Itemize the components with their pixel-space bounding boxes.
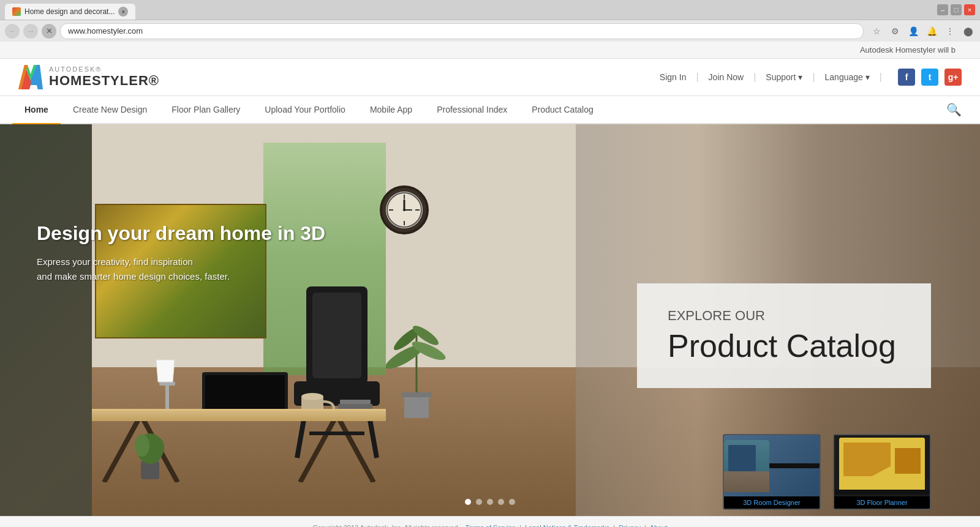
nav-item-home[interactable]: Home	[12, 96, 61, 124]
preview-thumbnails: 3D Room Designer 3D Floor Planner	[723, 434, 931, 510]
tab-title: Home design and decorat...	[24, 7, 115, 16]
browser-tab[interactable]: Home design and decorat... ×	[5, 4, 135, 20]
browser-titlebar: Home design and decorat... × – □ ×	[0, 0, 980, 20]
header-actions: Sign In | Join Now | Support ▾ | Languag…	[660, 69, 962, 86]
minimize-button[interactable]: –	[937, 4, 948, 15]
forward-button[interactable]: →	[23, 24, 38, 39]
googleplus-icon[interactable]: g+	[944, 69, 962, 86]
signin-link[interactable]: Sign In	[660, 72, 687, 82]
hero-text: Design your dream home in 3D Express you…	[37, 222, 325, 284]
svg-marker-25	[156, 360, 175, 382]
preview-3d-room-label[interactable]: 3D Room Designer	[724, 496, 820, 509]
floor-plant	[129, 430, 172, 479]
logo-area: AUTODESK® HOMESTYLER®	[18, 65, 159, 89]
search-icon[interactable]: 🔍	[940, 96, 968, 123]
notifications-icon[interactable]: 🔔	[925, 24, 938, 38]
omnibar-icons: ☆ ⚙ 👤 🔔 ⋮ ⬤	[870, 24, 975, 38]
footer-copyright: Copyright 2013 Autodesk, Inc. All rights…	[313, 524, 460, 527]
extensions-icon[interactable]: ⚙	[888, 24, 902, 38]
catalog-overlay: EXPLORE OUR Product Catalog	[637, 283, 931, 388]
nav-item-professional[interactable]: Professional Index	[424, 96, 519, 124]
preview-3d-room[interactable]: 3D Room Designer	[723, 434, 821, 510]
joinnow-link[interactable]: Join Now	[709, 72, 744, 82]
back-button[interactable]: ←	[5, 24, 20, 39]
preview-3d-floor[interactable]: 3D Floor Planner	[833, 434, 931, 510]
browser-omnibar: ← → ✕ www.homestyler.com ☆ ⚙ 👤 🔔 ⋮ ⬤	[0, 20, 980, 42]
social-icons: f t g+	[898, 69, 962, 86]
logo-text: AUTODESK® HOMESTYLER®	[49, 65, 159, 89]
site-footer: Copyright 2013 Autodesk, Inc. All rights…	[0, 516, 980, 527]
site-header: AUTODESK® HOMESTYLER® Sign In | Join Now…	[0, 59, 980, 96]
support-dropdown[interactable]: Support ▾	[766, 72, 802, 82]
apps-icon[interactable]: ⋮	[943, 24, 957, 38]
hero-dots	[465, 499, 515, 505]
hero-left-overlay	[0, 124, 92, 516]
nav-item-create[interactable]: Create New Design	[61, 96, 159, 124]
hero-headline: Design your dream home in 3D	[37, 222, 325, 245]
hero-section: Design your dream home in 3D Express you…	[0, 124, 980, 516]
maximize-button[interactable]: □	[951, 4, 962, 15]
browser-chrome: Home design and decorat... × – □ × ← → ✕…	[0, 0, 980, 42]
announcement-bar: Autodesk Homestyler will b	[0, 42, 980, 59]
support-label: Support	[766, 72, 796, 82]
language-dropdown[interactable]: Language ▾	[825, 72, 870, 82]
footer-about-link[interactable]: About	[650, 524, 668, 527]
hero-dot-1[interactable]	[465, 499, 471, 505]
window-controls: – □ ×	[937, 4, 975, 15]
separator-2: |	[753, 72, 756, 83]
preview-3d-room-image	[724, 435, 820, 496]
hero-dot-4[interactable]	[498, 499, 504, 505]
svg-rect-27	[205, 375, 285, 409]
hero-dot-5[interactable]	[509, 499, 515, 505]
tab-close-btn[interactable]: ×	[118, 7, 128, 17]
separator-1: |	[696, 72, 698, 83]
svg-point-44	[152, 438, 164, 457]
hero-dot-3[interactable]	[487, 499, 493, 505]
svg-rect-33	[338, 404, 372, 409]
logo-homestyler: HOMESTYLER®	[49, 73, 159, 89]
nav-item-portfolio[interactable]: Upload Your Portfolio	[252, 96, 358, 124]
announcement-text: Autodesk Homestyler will b	[860, 45, 956, 54]
footer-privacy-link[interactable]: Privacy	[619, 524, 641, 527]
svg-point-43	[135, 435, 149, 457]
svg-rect-24	[159, 382, 175, 386]
svg-rect-34	[340, 400, 371, 404]
desk-items	[147, 323, 380, 409]
tab-area: Home design and decorat... ×	[5, 0, 135, 20]
svg-rect-18	[401, 392, 432, 397]
preview-3d-floor-label[interactable]: 3D Floor Planner	[834, 496, 930, 509]
separator-3: |	[812, 72, 815, 83]
hero-subtext-line1: Express your creativity, find inspiratio…	[37, 256, 193, 267]
svg-point-11	[403, 209, 405, 211]
wall-clock	[380, 185, 429, 234]
hero-subtext: Express your creativity, find inspiratio…	[37, 255, 257, 284]
catalog-explore-label: EXPLORE OUR	[668, 308, 900, 324]
twitter-icon[interactable]: t	[921, 69, 938, 86]
logo-autodesk: AUTODESK®	[49, 65, 159, 73]
tab-favicon	[12, 7, 21, 16]
separator-4: |	[880, 72, 882, 83]
nav-item-mobileapp[interactable]: Mobile App	[358, 96, 424, 124]
reload-button[interactable]: ✕	[42, 24, 56, 39]
close-button[interactable]: ×	[964, 4, 975, 15]
bookmark-icon[interactable]: ☆	[870, 24, 883, 38]
circle-icon[interactable]: ⬤	[962, 24, 975, 38]
footer-terms-link[interactable]: Terms of Service	[466, 524, 516, 527]
autodesk-logo-icon	[18, 65, 43, 89]
language-label: Language	[825, 72, 863, 82]
address-bar[interactable]: www.homestyler.com	[60, 23, 864, 39]
support-chevron-icon: ▾	[798, 72, 802, 82]
catalog-title: Product Catalog	[668, 329, 900, 364]
hero-subtext-line2: and make smarter home design choices, fa…	[37, 271, 230, 282]
user-icon[interactable]: 👤	[907, 24, 920, 38]
nav-item-catalog[interactable]: Product Catalog	[519, 96, 605, 124]
desk-surface	[92, 409, 386, 421]
facebook-icon[interactable]: f	[898, 69, 915, 86]
url-text: www.homestyler.com	[68, 26, 143, 36]
svg-rect-23	[165, 384, 169, 409]
clock-face	[386, 192, 423, 228]
hero-dot-2[interactable]	[476, 499, 482, 505]
footer-legal-link[interactable]: Legal Notices & Trademarks	[525, 524, 609, 527]
svg-point-31	[301, 393, 323, 400]
nav-item-floorplan[interactable]: Floor Plan Gallery	[159, 96, 252, 124]
